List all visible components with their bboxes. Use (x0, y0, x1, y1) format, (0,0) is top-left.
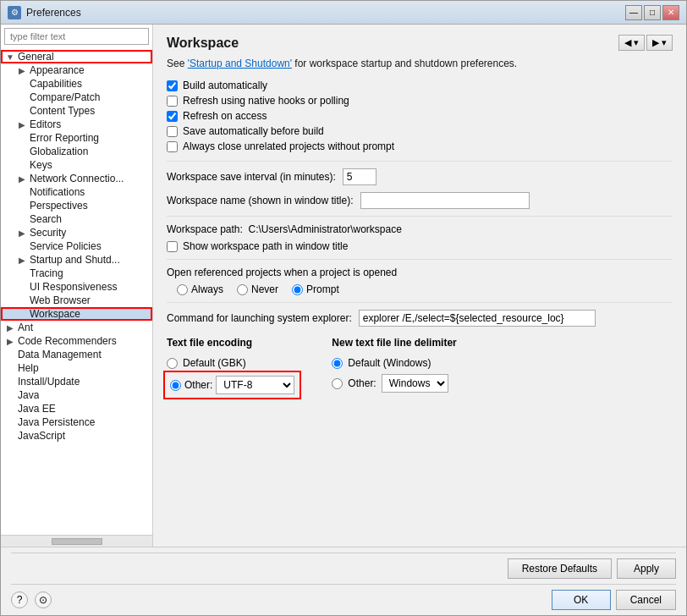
default-delimiter-row: Default (Windows) (332, 357, 456, 369)
expand-icon (4, 403, 16, 415)
sidebar-item-compare-patch[interactable]: Compare/Patch (1, 91, 152, 104)
expand-icon (16, 186, 28, 198)
sidebar-item-editors[interactable]: ▶ Editors (1, 118, 152, 131)
save-interval-label: Workspace save interval (in minutes): (167, 171, 336, 183)
tree-area: ▼ General ▶ Appearance Capabilities Comp… (1, 48, 152, 535)
command-label: Command for launching system explorer: (167, 312, 352, 324)
horizontal-scrollbar[interactable] (1, 535, 152, 547)
sidebar-item-label: General (18, 51, 54, 63)
sidebar-item-javascript[interactable]: JavaScript (1, 429, 152, 443)
info-icon[interactable]: ⊙ (35, 591, 52, 608)
sidebar-item-java-ee[interactable]: Java EE (1, 402, 152, 415)
sidebar-item-label: Web Browser (30, 294, 91, 306)
refresh-native-checkbox[interactable] (167, 96, 178, 107)
filter-input[interactable] (4, 28, 149, 45)
default-delimiter-label: Default (Windows) (348, 357, 431, 369)
expand-icon: ▶ (16, 254, 28, 266)
sidebar-item-label: Notifications (30, 186, 85, 198)
sidebar-item-capabilities[interactable]: Capabilities (1, 77, 152, 91)
build-automatically-label: Build automatically (183, 80, 267, 91)
expand-icon (16, 267, 28, 279)
sidebar-item-network-connections[interactable]: ▶ Network Connectio... (1, 172, 152, 185)
other-delimiter-radio[interactable] (332, 378, 343, 389)
text-file-encoding-group: Text file encoding Default (GBK) Other: … (167, 337, 298, 396)
sidebar-item-appearance[interactable]: ▶ Appearance (1, 63, 152, 77)
close-button[interactable]: ✕ (662, 5, 679, 20)
sidebar-item-search[interactable]: Search (1, 212, 152, 226)
sidebar-item-label: Java EE (18, 403, 56, 415)
sidebar-item-tracing[interactable]: Tracing (1, 267, 152, 280)
sidebar-item-error-reporting[interactable]: Error Reporting (1, 131, 152, 145)
sidebar-item-label: Install/Update (18, 376, 80, 388)
sidebar-item-label: Java (18, 389, 39, 401)
workspace-name-input[interactable] (360, 192, 530, 209)
restore-defaults-button[interactable]: Restore Defaults (508, 558, 612, 579)
sidebar-item-perspectives[interactable]: Perspectives (1, 199, 152, 212)
close-unrelated-label: Always close unrelated projects without … (183, 140, 394, 152)
close-unrelated-checkbox[interactable] (167, 141, 178, 152)
ok-button[interactable]: OK (552, 590, 611, 610)
sidebar-item-label: Code Recommenders (18, 335, 117, 347)
expand-icon: ▶ (16, 118, 28, 130)
sidebar-item-java[interactable]: Java (1, 388, 152, 402)
show-path-row: Show workspace path in window title (167, 240, 673, 252)
command-row: Command for launching system explorer: (167, 310, 673, 327)
startup-shutdown-link[interactable]: 'Startup and Shutdown' (188, 58, 292, 69)
sidebar-item-keys[interactable]: Keys (1, 158, 152, 172)
delimiter-select[interactable]: Windows Unix Mac (382, 374, 448, 393)
sidebar-item-globalization[interactable]: Globalization (1, 145, 152, 158)
checkbox-row-close-unrelated: Always close unrelated projects without … (167, 140, 673, 152)
cancel-button[interactable]: Cancel (616, 590, 676, 610)
sidebar-item-ui-responsiveness[interactable]: UI Responsiveness (1, 280, 152, 294)
default-delimiter-radio[interactable] (332, 358, 343, 369)
sidebar-item-notifications[interactable]: Notifications (1, 185, 152, 199)
other-encoding-radio[interactable] (170, 380, 181, 391)
text-file-encoding-title: Text file encoding (167, 337, 298, 349)
maximize-button[interactable]: □ (644, 5, 661, 20)
sidebar-item-help[interactable]: Help (1, 361, 152, 375)
radio-prompt-label: Prompt (292, 283, 339, 295)
expand-icon (4, 430, 16, 442)
sidebar-item-security[interactable]: ▶ Security (1, 226, 152, 239)
refresh-on-access-label: Refresh on access (183, 110, 267, 122)
save-before-build-checkbox[interactable] (167, 126, 178, 137)
expand-icon (16, 105, 28, 117)
page-title: Workspace (167, 36, 239, 51)
save-interval-input[interactable] (343, 168, 376, 185)
forward-button[interactable]: ▶ ▾ (646, 35, 673, 51)
default-encoding-label: Default (GBK) (183, 357, 246, 369)
expand-icon (16, 240, 28, 252)
sidebar-item-content-types[interactable]: Content Types (1, 104, 152, 118)
build-automatically-checkbox[interactable] (167, 80, 178, 91)
content-header: Workspace ◀ ▾ ▶ ▾ (167, 35, 673, 51)
content-area: Workspace ◀ ▾ ▶ ▾ See 'Startup and Shutd… (153, 25, 686, 547)
sidebar-item-label: Workspace (30, 308, 80, 320)
radio-always[interactable] (177, 284, 188, 295)
minimize-button[interactable]: — (625, 5, 642, 20)
sidebar-item-web-browser[interactable]: Web Browser (1, 294, 152, 307)
command-input[interactable] (359, 310, 596, 327)
sidebar-item-service-policies[interactable]: Service Policies (1, 239, 152, 253)
radio-prompt[interactable] (292, 284, 303, 295)
sidebar-item-label: Data Management (18, 349, 102, 360)
expand-icon: ▶ (16, 64, 28, 76)
sidebar-item-java-persistence[interactable]: Java Persistence (1, 415, 152, 429)
sidebar-item-startup-shutdown[interactable]: ▶ Startup and Shutd... (1, 253, 152, 267)
help-icon[interactable]: ? (11, 591, 28, 608)
apply-button[interactable]: Apply (617, 558, 676, 579)
sidebar-item-code-recommenders[interactable]: ▶ Code Recommenders (1, 334, 152, 348)
sidebar-item-workspace[interactable]: Workspace (1, 307, 152, 321)
sidebar-item-general[interactable]: ▼ General (1, 50, 152, 63)
sidebar-item-ant[interactable]: ▶ Ant (1, 321, 152, 334)
expand-icon (16, 281, 28, 293)
radio-never[interactable] (237, 284, 248, 295)
show-path-checkbox[interactable] (167, 241, 178, 252)
sidebar-item-install-update[interactable]: Install/Update (1, 375, 152, 388)
expand-icon: ▶ (4, 335, 16, 347)
default-encoding-radio[interactable] (167, 358, 178, 369)
back-button[interactable]: ◀ ▾ (618, 35, 645, 51)
refresh-on-access-checkbox[interactable] (167, 111, 178, 122)
sidebar-item-data-management[interactable]: Data Management (1, 348, 152, 361)
radio-group-open-referenced: Always Never Prompt (167, 283, 673, 295)
encoding-select[interactable]: UTF-8 UTF-16 ISO-8859-1 GBK (216, 376, 294, 394)
